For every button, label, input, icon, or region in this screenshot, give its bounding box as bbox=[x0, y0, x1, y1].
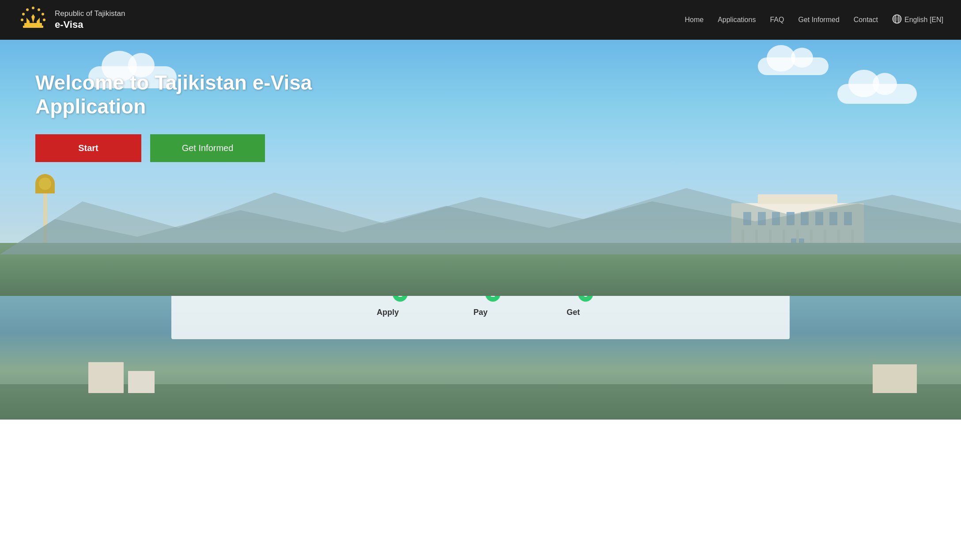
step-3-label: Get bbox=[567, 308, 580, 317]
svg-rect-7 bbox=[24, 23, 42, 26]
logo-emblem bbox=[18, 4, 49, 35]
steps-section: Just three steps to Tajikistan bbox=[0, 296, 961, 420]
step-1-badge: 1 bbox=[393, 296, 408, 302]
step-2-badge: 2 bbox=[485, 296, 500, 302]
steps-grid: 1 Apply bbox=[198, 296, 763, 317]
step-2-icon-wrap: 2 bbox=[461, 296, 500, 302]
svg-marker-11 bbox=[37, 18, 40, 23]
navbar-links: Home Applications FAQ Get Informed Conta… bbox=[685, 14, 943, 26]
svg-point-2 bbox=[22, 13, 25, 15]
svg-point-0 bbox=[32, 7, 34, 9]
nav-applications[interactable]: Applications bbox=[718, 16, 756, 24]
svg-marker-10 bbox=[31, 14, 35, 23]
nav-contact[interactable]: Contact bbox=[854, 16, 878, 24]
steps-bg: Just three steps to Tajikistan bbox=[0, 296, 961, 420]
svg-point-1 bbox=[26, 8, 29, 11]
brand-text: Republic of Tajikistan e-Visa bbox=[55, 9, 125, 31]
globe-icon bbox=[892, 14, 902, 26]
hero-title: Welcome to Tajikistan e-Visa Application bbox=[35, 71, 380, 118]
step-get: 3 Get bbox=[553, 296, 593, 317]
hero-content: Welcome to Tajikistan e-Visa Application… bbox=[0, 40, 961, 296]
brand-evisa: e-Visa bbox=[55, 19, 125, 31]
get-informed-button[interactable]: Get Informed bbox=[150, 134, 265, 162]
hero-section: Welcome to Tajikistan e-Visa Application… bbox=[0, 40, 961, 296]
hero-buttons: Start Get Informed bbox=[35, 134, 926, 162]
step-apply: 1 Apply bbox=[368, 296, 408, 317]
step-1-icon-wrap: 1 bbox=[368, 296, 408, 302]
language-button[interactable]: English [EN] bbox=[892, 14, 943, 26]
step-pay: 2 Pay bbox=[461, 296, 500, 317]
svg-point-6 bbox=[43, 19, 45, 21]
navbar: Republic of Tajikistan e-Visa Home Appli… bbox=[0, 0, 961, 40]
step-2-label: Pay bbox=[473, 308, 488, 317]
nav-home[interactable]: Home bbox=[685, 16, 704, 24]
step-3-icon-wrap: 3 bbox=[553, 296, 593, 302]
language-label: English [EN] bbox=[904, 16, 943, 24]
step-3-badge: 3 bbox=[578, 296, 593, 302]
svg-rect-8 bbox=[23, 26, 43, 28]
brand-logo[interactable]: Republic of Tajikistan e-Visa bbox=[18, 4, 125, 35]
svg-marker-9 bbox=[26, 18, 30, 23]
svg-point-3 bbox=[21, 19, 23, 21]
svg-point-4 bbox=[38, 8, 40, 11]
nav-get-informed[interactable]: Get Informed bbox=[798, 16, 839, 24]
brand-republic: Republic of Tajikistan bbox=[55, 9, 125, 19]
start-button[interactable]: Start bbox=[35, 134, 141, 162]
steps-card: Just three steps to Tajikistan bbox=[171, 296, 790, 339]
svg-point-5 bbox=[42, 13, 44, 15]
step-1-label: Apply bbox=[377, 308, 399, 317]
nav-faq[interactable]: FAQ bbox=[770, 16, 784, 24]
